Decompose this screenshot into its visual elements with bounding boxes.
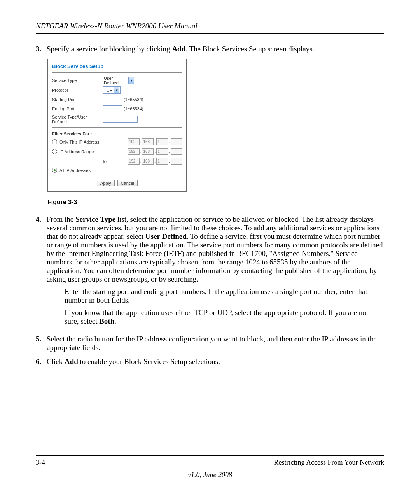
bold-add: Add (172, 45, 186, 53)
protocol-label: Protocol (52, 88, 103, 93)
only-this-ip-radio[interactable] (52, 139, 57, 144)
step-body: Specify a service for blocking by clicki… (47, 45, 384, 53)
ip-octet-input[interactable]: 1 (156, 158, 168, 164)
ip-octet-input[interactable]: 192 (128, 148, 140, 155)
version-footer: v1.0, June 2008 (0, 471, 420, 479)
ip-range-label: IP Address Range: (60, 149, 105, 154)
text: to enable your Block Services Setup sele… (78, 357, 220, 366)
text: Click (47, 357, 65, 366)
step-number: 4. (36, 215, 47, 329)
step-number: 6. (36, 357, 47, 366)
dash-icon: – (54, 308, 65, 326)
ip-octet-input[interactable] (171, 158, 182, 164)
page-number: 3-4 (36, 458, 45, 467)
ending-port-label: Ending Port (52, 107, 103, 111)
ip-octet-input[interactable]: 192 (128, 138, 140, 145)
starting-port-label: Starting Port (52, 97, 103, 102)
ip-octet-input[interactable] (171, 138, 182, 145)
step-number: 5. (36, 335, 47, 352)
ip-octet-input[interactable]: 168 (142, 148, 154, 155)
only-ip-fields: 192. 168. 1. (128, 138, 182, 145)
filter-services-for-label: Filter Services For : (52, 131, 182, 136)
bold-user-defined: User Defined (145, 232, 187, 240)
ip-octet-input[interactable]: 1 (156, 148, 168, 155)
section-title: Restricting Access From Your Network (274, 458, 384, 467)
step-body: Click Add to enable your Block Services … (47, 357, 384, 366)
cancel-button[interactable]: Cancel (117, 180, 138, 186)
only-this-ip-label: Only This IP Address: (60, 140, 105, 144)
sub-bullet: – If you know that the application uses … (54, 308, 384, 326)
figure-caption: Figure 3-3 (47, 199, 384, 206)
block-services-setup-screenshot: Block Services Setup Service Type User D… (47, 59, 187, 192)
sub-bullet: – Enter the starting port and ending por… (54, 287, 384, 304)
protocol-select[interactable]: TCP ▾ (103, 86, 121, 94)
port-range-note: (1~65534) (124, 97, 143, 102)
user-defined-input[interactable] (103, 116, 138, 123)
bold-service-type: Service Type (75, 215, 116, 223)
user-defined-label: Service Type/User Defined (52, 115, 103, 124)
ending-port-input[interactable] (103, 105, 122, 112)
step-body: From the Service Type list, select the a… (47, 215, 384, 329)
step-4: 4. From the Service Type list, select th… (36, 215, 384, 329)
range-to-fields: 192. 168. 1. (128, 158, 182, 164)
step-6: 6. Click Add to enable your Block Servic… (36, 357, 384, 366)
ip-range-radio[interactable] (52, 149, 57, 154)
ip-octet-input[interactable]: 168 (142, 158, 154, 164)
step-body: Select the radio button for the IP addre… (47, 335, 384, 352)
step-5: 5. Select the radio button for the IP ad… (36, 335, 384, 352)
all-ip-label: All IP Addresses (60, 168, 91, 173)
text: . The Block Services Setup screen displa… (186, 45, 314, 53)
ip-octet-input[interactable]: 1 (156, 138, 168, 145)
text: Enter the starting port and ending port … (65, 287, 384, 304)
text: From the (47, 215, 75, 223)
page-header: NETGEAR Wireless-N Router WNR2000 User M… (36, 22, 384, 34)
chevron-down-icon: ▾ (114, 87, 119, 93)
select-value: User Defined (104, 76, 128, 85)
ip-octet-input[interactable] (171, 148, 182, 155)
text: . (114, 317, 116, 325)
footer-rule (36, 455, 384, 456)
dash-icon: – (54, 287, 65, 304)
apply-button[interactable]: Apply (97, 180, 115, 186)
bold-both: Both (99, 317, 114, 325)
to-label: to (52, 159, 109, 164)
range-from-fields: 192. 168. 1. (128, 148, 182, 155)
bold-add: Add (65, 357, 78, 366)
text: If you know that the application uses ei… (65, 308, 384, 326)
ip-octet-input[interactable]: 192 (128, 158, 140, 164)
ip-octet-input[interactable]: 168 (142, 138, 154, 145)
panel-title: Block Services Setup (52, 63, 182, 69)
starting-port-input[interactable] (103, 96, 122, 103)
text: Specify a service for blocking by clicki… (47, 45, 172, 53)
service-type-label: Service Type (52, 78, 103, 83)
service-type-select[interactable]: User Defined ▾ (103, 77, 135, 84)
step-number: 3. (36, 45, 47, 53)
chevron-down-icon: ▾ (128, 77, 134, 84)
all-ip-radio[interactable] (52, 168, 57, 173)
select-value: TCP (104, 88, 112, 93)
step-3: 3. Specify a service for blocking by cli… (36, 45, 384, 53)
port-range-note: (1~65534) (124, 107, 143, 111)
